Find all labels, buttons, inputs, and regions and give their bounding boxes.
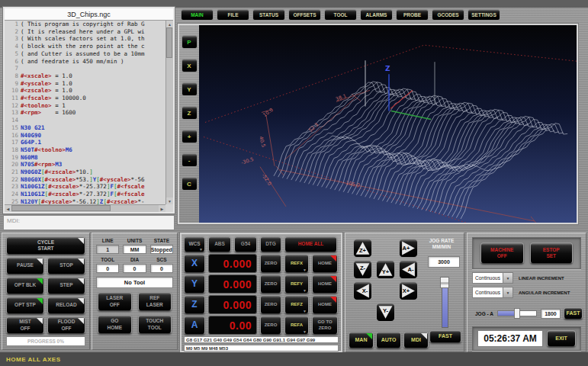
tab-status[interactable]: STATUS	[252, 9, 285, 21]
pause-button[interactable]: PAUSE	[6, 257, 44, 274]
home-x-button[interactable]: HOME	[312, 254, 338, 273]
go-to-zero-a-button[interactable]: GO TO ZERO	[312, 316, 338, 335]
preview-button-clear[interactable]: C	[182, 177, 198, 191]
mdi-input[interactable]: MDI:	[3, 215, 175, 230]
gcode-vertical-scrollbar[interactable]: ▲ ▼	[165, 21, 173, 204]
mode-mdi-button[interactable]: MDI	[403, 332, 429, 348]
touch-tool-button[interactable]: TOUCH TOOL	[138, 315, 172, 334]
gcode-line: 15N30 G21	[5, 124, 165, 132]
scroll-up-icon[interactable]: ▲	[166, 21, 173, 27]
jog-z-plus-button[interactable]: Z+	[353, 239, 372, 258]
home-all-button[interactable]: HOME ALL	[284, 236, 337, 252]
dtg-button[interactable]: DTG	[260, 236, 281, 252]
gcode-horizontal-scrollbar[interactable]: ◀ ▶	[5, 204, 165, 212]
home-z-button[interactable]: HOME	[312, 295, 338, 314]
g54-button[interactable]: G54	[234, 236, 257, 252]
line-label: LINE	[96, 236, 119, 243]
scroll-down-icon[interactable]: ▼	[166, 197, 173, 204]
stop-button[interactable]: STOP	[47, 257, 85, 274]
cycle-start-button[interactable]: CYCLE START	[6, 236, 85, 255]
button-led	[78, 238, 84, 244]
jog-a-minus-button[interactable]: A-	[399, 260, 418, 279]
zero-a-button[interactable]: ZERO	[260, 316, 281, 335]
jog-a-rate-input[interactable]: 1800	[541, 309, 561, 319]
jog-fast-button[interactable]: FAST	[429, 330, 461, 343]
gcode-line: 9#<yscale> = 1.0	[5, 80, 165, 88]
preview-button-perspective[interactable]: P	[182, 35, 198, 49]
scs-value: 0	[150, 264, 173, 273]
mode-man-button[interactable]: MAN	[349, 332, 374, 348]
jog-rate-slider-handle[interactable]	[440, 277, 449, 288]
tool-name-display: No Tool	[96, 277, 173, 288]
jog-a-fast-button[interactable]: FAST	[564, 307, 583, 319]
mist-off-button[interactable]: MIST OFF	[6, 316, 44, 334]
wcs-button[interactable]: WCS▼	[184, 236, 205, 252]
opt-stp-button[interactable]: OPT STP	[6, 297, 44, 314]
reload-button[interactable]: RELOAD	[47, 297, 85, 314]
preview-button-zoom-out[interactable]: -	[182, 153, 198, 167]
angular-increment-select[interactable]: Continuous ▼	[472, 287, 513, 298]
zero-x-button[interactable]: ZERO	[260, 254, 281, 273]
dro-row-x: X0.000ZEROREFX▼HOME	[184, 254, 339, 273]
scroll-right-icon[interactable]: ▶	[159, 205, 165, 212]
jog-a-slider-handle[interactable]	[514, 308, 520, 319]
refa-button[interactable]: REFA▼	[284, 316, 309, 335]
status-bar: HOME ALL AXES	[0, 352, 588, 366]
axis-a-button[interactable]: A	[184, 316, 205, 335]
zero-y-button[interactable]: ZERO	[260, 274, 281, 294]
jog-y-plus-button[interactable]: Y+	[376, 260, 395, 279]
axis-z-button[interactable]: Z	[184, 295, 205, 314]
jog-rate-label: JOG RATE MM/MIN	[422, 238, 461, 251]
scroll-left-icon[interactable]: ◀	[5, 205, 11, 212]
tab-offsets[interactable]: OFFSETS	[288, 9, 321, 21]
preview-button-z-view[interactable]: Z	[182, 106, 198, 120]
preview-button-y-view[interactable]: Y	[182, 82, 198, 96]
tab-probe[interactable]: PROBE	[396, 9, 429, 21]
chevron-down-icon[interactable]: ▼	[503, 287, 512, 297]
jog-x-plus-button[interactable]: X+	[399, 281, 418, 300]
dro-panel: WCS▼ABSG54DTGHOME ALL X0.000ZEROREFX▼HOM…	[180, 233, 342, 352]
machine-off-button[interactable]: MACHINE OFF	[480, 242, 524, 264]
tab-file[interactable]: FILE	[217, 9, 249, 21]
jog-rate-input[interactable]: 3000	[428, 256, 460, 268]
tab-alarms[interactable]: ALARMS	[360, 9, 393, 21]
refx-button[interactable]: REFX▼	[284, 254, 309, 273]
opt-blk-button[interactable]: OPT BLK	[6, 277, 44, 294]
jog-z-minus-button[interactable]: Z-	[353, 260, 372, 279]
abs-button[interactable]: ABS	[208, 236, 231, 252]
axis-x-button[interactable]: X	[184, 254, 205, 273]
mode-auto-button[interactable]: AUTO	[376, 332, 401, 348]
laser-off-button[interactable]: LASER OFF	[98, 292, 132, 311]
tab-settings[interactable]: SETTINGS	[468, 9, 500, 21]
jog-a-slider[interactable]	[497, 310, 537, 316]
exit-button[interactable]: EXIT	[547, 330, 576, 347]
jog-y-minus-button[interactable]: Y-	[376, 303, 395, 322]
chevron-down-icon[interactable]: ▼	[503, 273, 512, 283]
flood-off-button[interactable]: FLOOD OFF	[47, 316, 85, 334]
horizontal-scroll-thumb[interactable]	[11, 205, 111, 211]
axis-y-button[interactable]: Y	[184, 274, 205, 294]
jog-panel: Z+A+Z-Y+A-X-X+Y- JOG RATE MM/MIN 3000 FA…	[345, 233, 464, 352]
preview-button-x-view[interactable]: X	[182, 59, 198, 72]
refy-button[interactable]: REFY▼	[284, 274, 309, 294]
tab-main[interactable]: MAIN	[181, 9, 214, 21]
jog-a-plus-button[interactable]: A+	[399, 239, 418, 258]
zero-z-button[interactable]: ZERO	[260, 295, 281, 314]
step-button[interactable]: STEP	[47, 277, 85, 294]
tab-gcodes[interactable]: GCODES	[432, 9, 464, 21]
linear-increment-select[interactable]: Continuous ▼	[472, 272, 513, 284]
gcode-line: 22N80G0X[#<xscale>*53.]Y[#<yscale>*-56	[5, 176, 165, 184]
jog-rate-slider[interactable]	[442, 278, 448, 328]
jog-x-minus-button[interactable]: X-	[353, 281, 372, 300]
tab-tool[interactable]: TOOL	[324, 9, 357, 21]
preview-button-zoom-in[interactable]: +	[182, 130, 198, 143]
preview-3d-canvas[interactable]: 10.0 40.5 -30.5 -52.0 105.0 52.3 38.1 Z	[199, 25, 577, 223]
mode-buttons: MANAUTOMDI	[349, 332, 429, 348]
gcode-source-view[interactable]: 1( This program is copyright of Rab G2( …	[5, 21, 165, 204]
ref-laser-button[interactable]: REF LASER	[138, 292, 172, 311]
go-home-button[interactable]: GO HOME	[98, 315, 132, 334]
refz-button[interactable]: REFZ▼	[284, 295, 309, 314]
vertical-scroll-thumb[interactable]	[166, 27, 172, 58]
home-y-button[interactable]: HOME	[312, 274, 338, 294]
estop-set-button[interactable]: ESTOP SET	[530, 242, 574, 264]
